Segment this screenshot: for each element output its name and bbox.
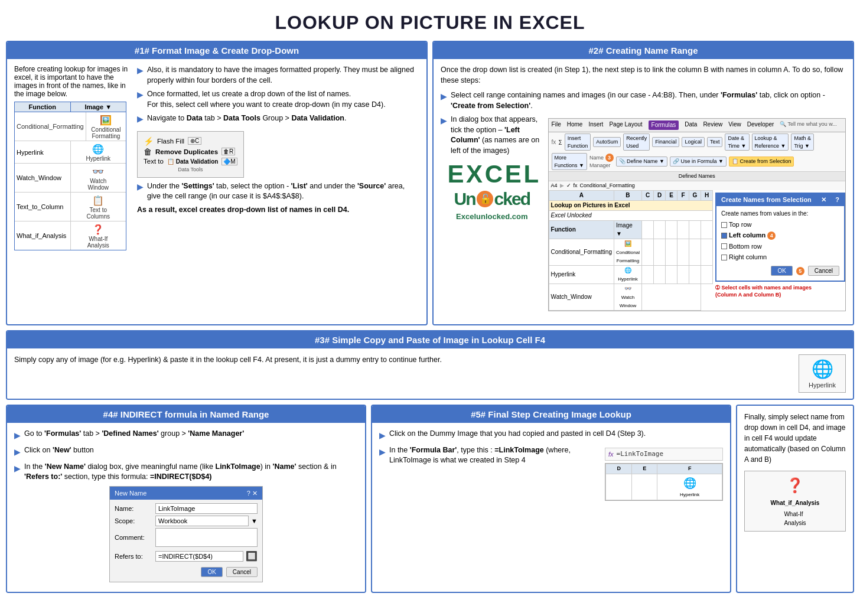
refers-to-input[interactable] bbox=[155, 551, 243, 562]
tab-developer[interactable]: Developer bbox=[747, 120, 774, 130]
tab-home[interactable]: Home bbox=[567, 120, 583, 130]
bullet-4: ▶ Under the 'Settings' tab, select the o… bbox=[137, 181, 419, 202]
section-3-body: Simply copy any of image (for e.g. Hyper… bbox=[7, 348, 853, 399]
s5-grid-row1: 🌐 Hyperlink bbox=[606, 474, 722, 500]
right-col-option[interactable]: Right column bbox=[721, 253, 839, 262]
section-6: Finally, simply select name from drop do… bbox=[736, 405, 854, 594]
col-a-hdr: A bbox=[549, 190, 614, 200]
s2-left-col: ▶ In dialog box that appears, tick the o… bbox=[441, 115, 543, 315]
excel-ribbon: File Home Insert Page Layout Formulas Da… bbox=[549, 119, 845, 132]
bottom-row-checkbox[interactable] bbox=[721, 243, 727, 249]
refers-to-row: Refers to: 🔲 bbox=[115, 549, 258, 563]
function-image-table: Function Image ▼ Conditional_Formatting … bbox=[14, 102, 126, 250]
img-cell: ❓ What-IfAnalysis bbox=[71, 221, 126, 250]
s5-e-cell bbox=[632, 474, 657, 500]
empty-g3 bbox=[689, 220, 701, 239]
ww-img-cell: 👓WatchWindow bbox=[614, 283, 641, 310]
empty-c3 bbox=[642, 220, 654, 239]
top-row-checkbox[interactable] bbox=[721, 222, 727, 228]
comment-field-row: Comment: bbox=[115, 528, 258, 547]
refers-to-icon[interactable]: 🔲 bbox=[246, 549, 258, 563]
more-funcs-btn[interactable]: MoreFunctions ▼ bbox=[552, 153, 587, 170]
hyperlink-label: Hyperlink bbox=[73, 155, 125, 162]
cancel-button[interactable]: Cancel bbox=[808, 266, 839, 276]
scope-dropdown-arrow[interactable]: ▼ bbox=[251, 516, 258, 526]
badge-4: 4 bbox=[767, 232, 776, 240]
comment-field-input[interactable] bbox=[155, 528, 258, 547]
s6-thumbnail: ❓ What_if_Analysis What-IfAnalysis bbox=[744, 471, 846, 532]
func-cell: Watch_Window bbox=[15, 164, 71, 192]
new-name-dialog-title: New Name ? ✕ bbox=[110, 487, 262, 500]
name-field-input[interactable] bbox=[155, 503, 258, 514]
tab-page-layout[interactable]: Page Layout bbox=[609, 120, 642, 130]
s6-text: Finally, simply select name from drop do… bbox=[744, 412, 846, 465]
section-2: #2# Creating Name Range Once the drop do… bbox=[432, 41, 854, 325]
dialog-close-btn[interactable]: ✕ bbox=[821, 195, 826, 204]
text-btn[interactable]: Text bbox=[707, 137, 723, 147]
financial-btn[interactable]: Financial bbox=[652, 137, 679, 147]
s5-grid-table: D E F 🌐 Hyperlink bbox=[605, 464, 722, 500]
arrow-icon: ▶ bbox=[14, 462, 21, 475]
empty-rest bbox=[642, 283, 701, 310]
data-val-label: 📋 Data Validation bbox=[167, 158, 218, 165]
grid-row-6: Watch_Window 👓WatchWindow bbox=[549, 283, 712, 310]
data-tools-footer: Data Tools bbox=[178, 167, 203, 172]
bullet-s2-2: ▶ In dialog box that appears, tick the o… bbox=[441, 115, 543, 156]
s3-image: 🌐 Hyperlink bbox=[799, 354, 846, 393]
create-from-selection-btn[interactable]: 📋 Create from Selection bbox=[729, 157, 794, 167]
tab-view[interactable]: View bbox=[728, 120, 741, 130]
top-row-option[interactable]: Top row bbox=[721, 220, 839, 229]
s5-text-side: ▶ In the 'Formula Bar', type this : =Lin… bbox=[379, 445, 600, 501]
bullet-text: Navigate to Data tab > Data Tools Group … bbox=[147, 113, 346, 124]
scope-field-input[interactable] bbox=[155, 516, 249, 526]
right-col-checkbox[interactable] bbox=[721, 255, 727, 260]
new-name-ok-btn[interactable]: OK bbox=[201, 567, 222, 577]
new-name-cancel-btn[interactable]: Cancel bbox=[226, 567, 258, 577]
dt-row: ⚡ Flash Fill ⊕C bbox=[144, 136, 237, 146]
define-name-btn[interactable]: 📎 Define Name ▼ bbox=[616, 157, 667, 167]
dt-row-footer: Data Tools bbox=[144, 167, 237, 172]
watch-label: WatchWindow bbox=[73, 178, 125, 191]
hyperlink-img-label: Hyperlink bbox=[809, 382, 836, 389]
bottom-row-option[interactable]: Bottom row bbox=[721, 242, 839, 251]
left-col-checkbox[interactable] bbox=[721, 233, 727, 239]
s5-col-f: F bbox=[657, 464, 722, 474]
left-col-option[interactable]: Left column 4 bbox=[721, 231, 839, 240]
new-name-title: New Name bbox=[115, 488, 146, 498]
recently-used-btn[interactable]: RecentlyUsed bbox=[623, 133, 650, 151]
insert-func-btn[interactable]: InsertFunction bbox=[565, 133, 591, 151]
tab-data[interactable]: Data bbox=[685, 120, 697, 130]
math-btn[interactable]: Math &Trig ▼ bbox=[791, 133, 814, 151]
empty-e4 bbox=[666, 239, 677, 265]
col-function: Function bbox=[15, 102, 71, 112]
date-time-btn[interactable]: Date &Time ▼ bbox=[725, 133, 749, 151]
bullet-s4-3: ▶ In the 'New Name' dialog box, give mea… bbox=[14, 462, 358, 483]
tab-insert[interactable]: Insert bbox=[588, 120, 603, 130]
lookup-ref-btn[interactable]: Lookup &Reference ▼ bbox=[752, 133, 789, 151]
tab-file[interactable]: File bbox=[552, 120, 561, 130]
empty-e3 bbox=[666, 220, 677, 239]
col-e-hdr: E bbox=[666, 190, 677, 200]
new-name-dialog: New Name ? ✕ Name: Scope: ▼ Comment: bbox=[109, 486, 263, 583]
use-in-formula-btn[interactable]: 🔗 Use in Formula ▼ bbox=[670, 157, 727, 167]
s1-intro: Before creating lookup for images in exc… bbox=[14, 65, 132, 98]
ok-button[interactable]: OK bbox=[771, 266, 792, 276]
dialog-buttons: OK 5 Cancel bbox=[721, 266, 839, 276]
autosum-btn[interactable]: AutoSum bbox=[593, 137, 621, 147]
hyperlink-big-icon: 🌐 bbox=[812, 358, 833, 379]
unlocked-logo: Un 🔓 cked bbox=[454, 187, 530, 211]
hl-name-cell: Hyperlink bbox=[549, 265, 614, 283]
arrow-icon: ▶ bbox=[379, 429, 386, 442]
tab-formulas[interactable]: Formulas bbox=[649, 120, 679, 130]
empty-e5 bbox=[666, 265, 677, 283]
excel-ribbon-area: File Home Insert Page Layout Formulas Da… bbox=[548, 118, 846, 311]
ctrl-e-badge: ⊕C bbox=[188, 137, 201, 145]
tab-review[interactable]: Review bbox=[703, 120, 722, 130]
s1-left: Before creating lookup for images in exc… bbox=[14, 65, 132, 250]
s5-d-cell bbox=[606, 474, 632, 500]
img-cell: 🖼️ ConditionalFormatting bbox=[86, 112, 126, 141]
table-header: Function Image ▼ bbox=[15, 102, 126, 112]
result-text: As a result, excel creates drop-down lis… bbox=[137, 206, 419, 214]
red-arrow: ➀ bbox=[715, 285, 722, 291]
logical-btn[interactable]: Logical bbox=[682, 137, 705, 147]
